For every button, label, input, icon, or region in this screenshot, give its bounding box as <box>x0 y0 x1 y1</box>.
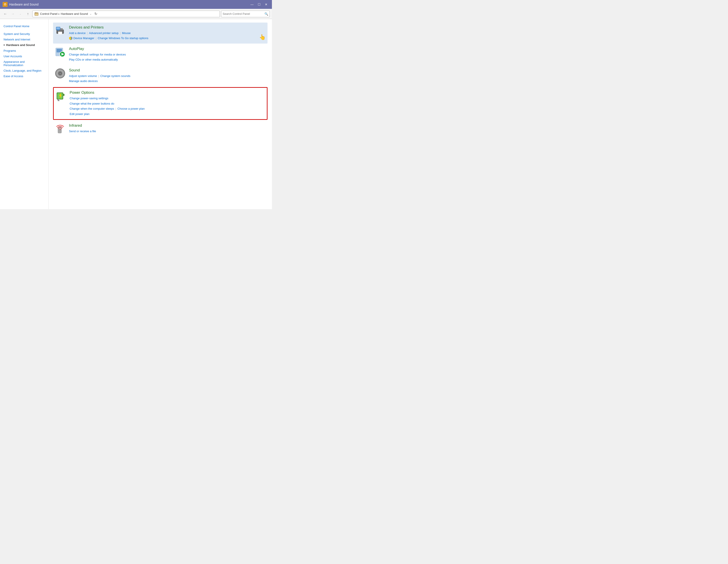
power-title[interactable]: Power Options <box>70 90 265 95</box>
title-bar: ⚙ Hardware and Sound — ☐ ✕ <box>0 0 272 9</box>
sidebar-item-appearance[interactable]: Appearance and Personalization <box>4 59 43 68</box>
sidebar-item-network-and-internet[interactable]: Network and Internet <box>4 37 45 42</box>
manage-audio-link[interactable]: Manage audio devices <box>69 78 98 84</box>
play-cds-link[interactable]: Play CDs or other media automatically <box>69 57 118 62</box>
sidebar-item-user-accounts[interactable]: User Accounts <box>4 54 45 59</box>
svg-rect-9 <box>58 32 62 34</box>
power-links-row3: Change when the computer sleeps | Choose… <box>70 106 265 111</box>
dropdown-button[interactable]: ⌄ <box>17 11 23 17</box>
advanced-printer-link[interactable]: Advanced printer setup <box>89 31 119 36</box>
devices-links-row2: Device Manager | Change Windows To Go st… <box>69 36 262 41</box>
section-autoplay[interactable]: AutoPlay Change default settings for med… <box>53 44 268 65</box>
search-input[interactable] <box>223 12 264 15</box>
power-links-row2: Change what the power buttons do <box>70 101 265 106</box>
svg-point-22 <box>60 73 61 74</box>
section-power-options[interactable]: Power Options Change power-saving settin… <box>53 87 268 120</box>
sound-title[interactable]: Sound <box>69 68 266 73</box>
window-controls: — ☐ ✕ <box>249 2 269 7</box>
svg-rect-12 <box>58 30 59 31</box>
devices-links-row1: Add a device | Advanced printer setup | … <box>69 31 262 36</box>
forward-button[interactable]: → <box>10 11 16 17</box>
devices-content: Devices and Printers Add a device | Adva… <box>69 25 262 41</box>
edit-power-plan-link[interactable]: Edit power plan <box>70 111 90 117</box>
sound-content: Sound Adjust system volume | Change syst… <box>69 68 266 84</box>
power-content: Power Options Change power-saving settin… <box>70 90 265 117</box>
svg-rect-28 <box>58 100 59 101</box>
shield-icon <box>69 36 73 40</box>
sound-links-row2: Manage audio devices <box>69 78 266 84</box>
maximize-button[interactable]: ☐ <box>256 2 262 7</box>
windows-to-go-link[interactable]: Change Windows To Go startup options <box>98 36 148 41</box>
content-area: Devices and Printers Add a device | Adva… <box>49 19 272 209</box>
infrared-icon <box>55 123 65 134</box>
address-bar: ← → ⌄ ↑ Control Panel ▸ Hardware and Sou… <box>0 9 272 19</box>
window-icon: ⚙ <box>3 2 8 7</box>
svg-text:⚙: ⚙ <box>4 4 6 6</box>
devices-icon <box>55 25 65 36</box>
devices-title[interactable]: Devices and Printers <box>69 25 262 30</box>
svg-point-31 <box>60 129 61 130</box>
autoplay-title[interactable]: AutoPlay <box>69 47 266 51</box>
close-button[interactable]: ✕ <box>263 2 269 7</box>
svg-rect-4 <box>35 13 38 15</box>
change-sounds-link[interactable]: Change system sounds <box>100 73 130 78</box>
section-infrared[interactable]: Infrared Send or receive a file <box>53 121 268 137</box>
sidebar-item-programs[interactable]: Programs <box>4 48 45 54</box>
infrared-title[interactable]: Infrared <box>69 123 266 128</box>
path-dropdown[interactable]: ⌄ <box>90 13 92 15</box>
autoplay-content: AutoPlay Change default settings for med… <box>69 47 266 62</box>
back-button[interactable]: ← <box>2 11 8 17</box>
path-current[interactable]: Hardware and Sound <box>61 12 88 15</box>
section-sound[interactable]: Sound Adjust system volume | Change syst… <box>53 65 268 86</box>
sidebar-item-system-and-security[interactable]: System and Security <box>4 31 45 37</box>
autoplay-links-row1: Change default settings for media or dev… <box>69 52 266 57</box>
sidebar-item-control-panel-home[interactable]: Control Panel Home <box>4 23 45 29</box>
section-devices-and-printers[interactable]: Devices and Printers Add a device | Adva… <box>53 23 268 44</box>
sidebar: Control Panel Home System and Security N… <box>0 19 49 209</box>
power-links-row1: Change power-saving settings <box>70 96 265 101</box>
up-button[interactable]: ↑ <box>25 11 31 17</box>
svg-rect-11 <box>56 27 60 29</box>
change-power-saving-link[interactable]: Change power-saving settings <box>70 96 108 101</box>
add-device-link[interactable]: Add a device <box>69 31 86 36</box>
choose-power-plan-link[interactable]: Choose a power plan <box>117 106 145 111</box>
path-sep: ▸ <box>58 12 60 15</box>
search-box: 🔍 <box>221 11 270 17</box>
path-icon <box>34 12 39 16</box>
sidebar-item-hardware-and-sound[interactable]: Hardware and Sound <box>4 42 45 48</box>
refresh-button[interactable]: ↻ <box>93 11 99 17</box>
change-sleep-link[interactable]: Change when the computer sleeps <box>70 106 114 111</box>
mouse-link[interactable]: Mouse <box>122 31 131 36</box>
change-power-buttons-link[interactable]: Change what the power buttons do <box>70 101 114 106</box>
device-manager-link[interactable]: Device Manager <box>69 36 94 41</box>
autoplay-icon <box>55 47 65 57</box>
change-default-settings-link[interactable]: Change default settings for media or dev… <box>69 52 126 57</box>
sound-icon <box>55 68 65 79</box>
sound-links-row1: Adjust system volume | Change system sou… <box>69 73 266 78</box>
power-icon <box>55 90 66 101</box>
sidebar-item-clock[interactable]: Clock, Language, and Region <box>4 68 45 73</box>
path-root[interactable]: Control Panel <box>40 12 57 15</box>
infrared-links-row1: Send or receive a file <box>69 129 266 134</box>
infrared-content: Infrared Send or receive a file <box>69 123 266 134</box>
svg-rect-8 <box>58 31 62 32</box>
main-container: Control Panel Home System and Security N… <box>0 19 272 209</box>
sidebar-item-ease-of-access[interactable]: Ease of Access <box>4 73 45 79</box>
svg-rect-5 <box>35 12 36 13</box>
power-links-row4: Edit power plan <box>70 111 265 117</box>
autoplay-links-row2: Play CDs or other media automatically <box>69 57 266 62</box>
address-path: Control Panel ▸ Hardware and Sound ⌄ ↻ <box>32 11 220 17</box>
window-title: Hardware and Sound <box>9 3 249 6</box>
svg-rect-24 <box>63 94 64 96</box>
send-receive-link[interactable]: Send or receive a file <box>69 129 96 134</box>
search-button[interactable]: 🔍 <box>264 12 268 16</box>
minimize-button[interactable]: — <box>249 2 255 7</box>
adjust-volume-link[interactable]: Adjust system volume <box>69 73 97 78</box>
